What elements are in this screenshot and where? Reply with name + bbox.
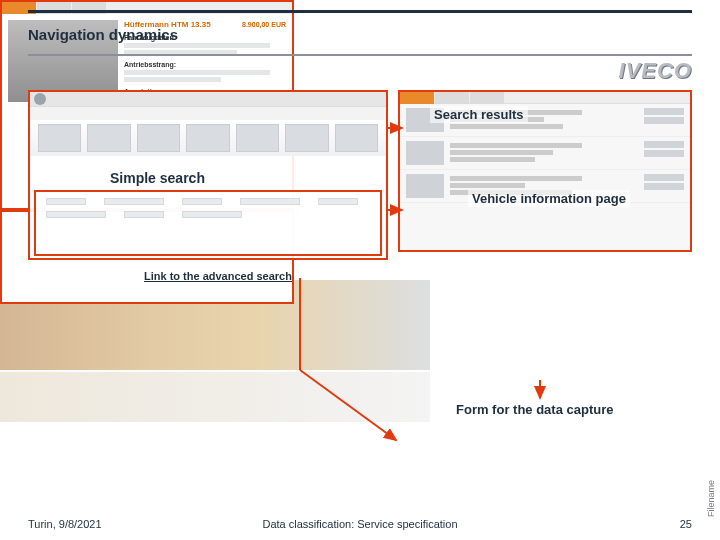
vehicle-type-thumb[interactable]	[87, 124, 130, 152]
filter-field[interactable]	[182, 198, 222, 205]
result-thumb	[406, 174, 444, 198]
filter-dropdown[interactable]	[46, 211, 106, 218]
top-rule	[28, 10, 692, 13]
filter-field[interactable]	[124, 211, 164, 218]
result-actions	[644, 141, 684, 165]
filter-dropdown[interactable]	[104, 198, 164, 205]
simple-search-label: Simple search	[110, 170, 205, 186]
result-info	[450, 141, 638, 165]
result-action-icon[interactable]	[644, 117, 684, 124]
result-actions	[644, 108, 684, 132]
vehicle-type-thumb[interactable]	[38, 124, 81, 152]
result-action-icon[interactable]	[644, 174, 684, 181]
simple-search-header	[30, 92, 386, 106]
mid-rule	[28, 54, 692, 56]
results-tab[interactable]	[435, 92, 469, 104]
vehicle-type-thumb[interactable]	[137, 124, 180, 152]
footer-filename: Filename	[706, 480, 716, 517]
form-capture-label: Form for the data capture	[456, 402, 613, 417]
simple-search-tabs	[30, 106, 386, 120]
decorative-trucks-bg-2	[0, 372, 430, 422]
simple-search-filters-frame	[34, 190, 382, 256]
vehicle-type-thumb[interactable]	[236, 124, 279, 152]
result-action-icon[interactable]	[644, 183, 684, 190]
result-row[interactable]	[400, 137, 690, 170]
result-action-icon[interactable]	[644, 141, 684, 148]
results-tab[interactable]	[470, 92, 504, 104]
result-action-icon[interactable]	[644, 150, 684, 157]
brand-dot-icon	[34, 93, 46, 105]
result-action-icon[interactable]	[644, 108, 684, 115]
filter-dropdown[interactable]	[240, 198, 300, 205]
search-results-label: Search results	[430, 106, 528, 123]
advanced-search-link-label: Link to the advanced search	[144, 270, 292, 282]
results-tab-active[interactable]	[400, 92, 434, 104]
results-tabs	[400, 92, 690, 104]
filter-dropdown[interactable]	[182, 211, 242, 218]
result-thumb	[406, 141, 444, 165]
arrow-adv-to-form	[300, 370, 396, 440]
result-actions	[644, 174, 684, 198]
vehicle-type-thumb[interactable]	[335, 124, 378, 152]
vehicle-section-heading: Antriebsstrang:	[124, 61, 286, 68]
brand-logo: IVECO	[619, 58, 692, 84]
filter-field[interactable]	[46, 198, 86, 205]
vehicle-type-row	[30, 120, 386, 156]
vehicle-info-label: Vehicle information page	[468, 190, 630, 207]
vehicle-type-thumb[interactable]	[285, 124, 328, 152]
footer-classification: Data classification: Service specificati…	[0, 518, 720, 530]
filter-field[interactable]	[318, 198, 358, 205]
slide-title: Navigation dynamics	[28, 26, 178, 43]
vehicle-type-thumb[interactable]	[186, 124, 229, 152]
footer-page-number: 25	[680, 518, 692, 530]
